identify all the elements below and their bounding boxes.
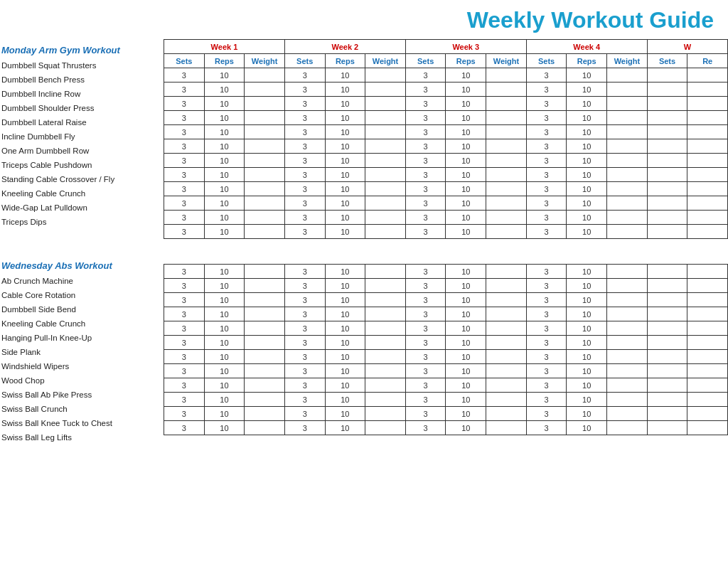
w2-reps-cell[interactable]: 10 — [325, 125, 365, 139]
w1-reps-cell[interactable]: 10 — [204, 321, 245, 336]
w2-sets-cell[interactable]: 3 — [284, 225, 325, 239]
w2-weight-cell[interactable] — [365, 139, 406, 154]
w2-weight-cell[interactable] — [365, 336, 406, 350]
w3-sets-cell[interactable]: 3 — [405, 196, 446, 211]
w5-reps-cell[interactable] — [687, 378, 728, 393]
w2-weight-cell[interactable] — [365, 83, 406, 97]
w4-weight-cell[interactable] — [607, 407, 648, 421]
w5-sets-cell[interactable] — [647, 378, 687, 393]
w2-weight-cell[interactable] — [365, 68, 406, 83]
w1-reps-cell[interactable]: 10 — [204, 125, 245, 139]
w1-sets-cell[interactable]: 3 — [164, 154, 205, 168]
w1-sets-cell[interactable]: 3 — [164, 196, 205, 211]
w1-reps-cell[interactable]: 10 — [204, 265, 245, 279]
w3-sets-cell[interactable]: 3 — [405, 182, 446, 196]
w5-sets-cell[interactable] — [647, 83, 687, 97]
w3-weight-cell[interactable] — [486, 364, 527, 378]
w3-reps-cell[interactable]: 10 — [446, 182, 486, 196]
w4-reps-cell[interactable]: 10 — [567, 407, 607, 421]
w3-weight-cell[interactable] — [486, 111, 527, 125]
w1-sets-cell[interactable]: 3 — [164, 265, 205, 279]
w1-sets-cell[interactable]: 3 — [164, 68, 205, 83]
w1-sets-cell[interactable]: 3 — [164, 393, 205, 407]
w4-reps-cell[interactable]: 10 — [567, 111, 607, 125]
w2-sets-cell[interactable]: 3 — [284, 350, 325, 364]
w2-weight-cell[interactable] — [365, 279, 406, 293]
w5-sets-cell[interactable] — [647, 393, 687, 407]
w1-reps-cell[interactable]: 10 — [204, 168, 245, 182]
w3-weight-cell[interactable] — [486, 421, 527, 435]
w4-weight-cell[interactable] — [607, 111, 648, 125]
w5-reps-cell[interactable] — [687, 407, 728, 421]
w3-weight-cell[interactable] — [486, 182, 527, 196]
w4-weight-cell[interactable] — [607, 211, 648, 225]
w1-sets-cell[interactable]: 3 — [164, 350, 205, 364]
w3-reps-cell[interactable]: 10 — [446, 421, 486, 435]
w2-sets-cell[interactable]: 3 — [284, 83, 325, 97]
w5-sets-cell[interactable] — [647, 125, 687, 139]
w4-reps-cell[interactable]: 10 — [567, 393, 607, 407]
w5-reps-cell[interactable] — [687, 154, 728, 168]
w1-reps-cell[interactable]: 10 — [204, 378, 245, 393]
w3-reps-cell[interactable]: 10 — [446, 225, 486, 239]
w5-reps-cell[interactable] — [687, 350, 728, 364]
w4-weight-cell[interactable] — [607, 350, 648, 364]
w4-reps-cell[interactable]: 10 — [567, 125, 607, 139]
w2-sets-cell[interactable]: 3 — [284, 307, 325, 321]
w1-sets-cell[interactable]: 3 — [164, 336, 205, 350]
w2-weight-cell[interactable] — [365, 321, 406, 336]
w5-sets-cell[interactable] — [647, 139, 687, 154]
w2-sets-cell[interactable]: 3 — [284, 154, 325, 168]
w2-sets-cell[interactable]: 3 — [284, 407, 325, 421]
w1-sets-cell[interactable]: 3 — [164, 407, 205, 421]
w5-sets-cell[interactable] — [647, 211, 687, 225]
w5-reps-cell[interactable] — [687, 139, 728, 154]
w2-weight-cell[interactable] — [365, 421, 406, 435]
w4-sets-cell[interactable]: 3 — [526, 97, 567, 111]
w4-sets-cell[interactable]: 3 — [526, 68, 567, 83]
w5-sets-cell[interactable] — [647, 196, 687, 211]
w4-sets-cell[interactable]: 3 — [526, 196, 567, 211]
w4-sets-cell[interactable]: 3 — [526, 182, 567, 196]
w3-reps-cell[interactable]: 10 — [446, 293, 486, 307]
w4-sets-cell[interactable]: 3 — [526, 111, 567, 125]
w2-reps-cell[interactable]: 10 — [325, 321, 365, 336]
w1-reps-cell[interactable]: 10 — [204, 83, 245, 97]
w3-sets-cell[interactable]: 3 — [405, 407, 446, 421]
w1-sets-cell[interactable]: 3 — [164, 83, 205, 97]
w5-reps-cell[interactable] — [687, 421, 728, 435]
w4-weight-cell[interactable] — [607, 336, 648, 350]
w3-sets-cell[interactable]: 3 — [405, 393, 446, 407]
w4-reps-cell[interactable]: 10 — [567, 97, 607, 111]
w1-reps-cell[interactable]: 10 — [204, 97, 245, 111]
w5-sets-cell[interactable] — [647, 168, 687, 182]
w3-reps-cell[interactable]: 10 — [446, 139, 486, 154]
w2-weight-cell[interactable] — [365, 407, 406, 421]
w3-sets-cell[interactable]: 3 — [405, 68, 446, 83]
w4-weight-cell[interactable] — [607, 154, 648, 168]
w3-weight-cell[interactable] — [486, 293, 527, 307]
w2-weight-cell[interactable] — [365, 111, 406, 125]
w4-reps-cell[interactable]: 10 — [567, 421, 607, 435]
w2-weight-cell[interactable] — [365, 97, 406, 111]
w4-reps-cell[interactable]: 10 — [567, 68, 607, 83]
w3-sets-cell[interactable]: 3 — [405, 83, 446, 97]
w1-sets-cell[interactable]: 3 — [164, 378, 205, 393]
w1-reps-cell[interactable]: 10 — [204, 154, 245, 168]
w3-reps-cell[interactable]: 10 — [446, 265, 486, 279]
w2-reps-cell[interactable]: 10 — [325, 265, 365, 279]
w2-reps-cell[interactable]: 10 — [325, 211, 365, 225]
w1-weight-cell[interactable] — [245, 307, 285, 321]
w1-weight-cell[interactable] — [245, 111, 285, 125]
w5-reps-cell[interactable] — [687, 182, 728, 196]
w2-reps-cell[interactable]: 10 — [325, 336, 365, 350]
w1-sets-cell[interactable]: 3 — [164, 111, 205, 125]
w3-reps-cell[interactable]: 10 — [446, 364, 486, 378]
w3-reps-cell[interactable]: 10 — [446, 393, 486, 407]
w4-reps-cell[interactable]: 10 — [567, 279, 607, 293]
w5-reps-cell[interactable] — [687, 265, 728, 279]
w3-sets-cell[interactable]: 3 — [405, 336, 446, 350]
w2-sets-cell[interactable]: 3 — [284, 321, 325, 336]
w2-sets-cell[interactable]: 3 — [284, 125, 325, 139]
w1-sets-cell[interactable]: 3 — [164, 139, 205, 154]
